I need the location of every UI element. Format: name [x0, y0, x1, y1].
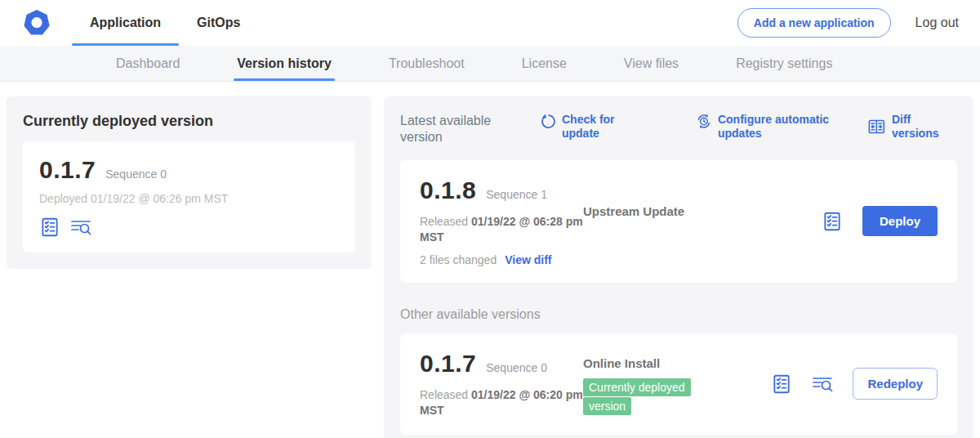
latest-source-label: Upstream Update	[583, 204, 822, 218]
diff-versions-link[interactable]: Diff versions	[867, 113, 957, 141]
topnav-tabs: Application GitOps	[72, 0, 258, 46]
other-released-line: Released 01/19/22 @ 06:20 pm MST	[420, 387, 583, 418]
deployed-version-card: 0.1.7 Sequence 0 Deployed 01/19/22 @ 06:…	[23, 141, 355, 253]
deployed-timestamp: Deployed 01/19/22 @ 06:26 pm MST	[39, 192, 339, 205]
subnav-item-view-files[interactable]: View files	[624, 46, 679, 81]
available-versions-panel: Latest available version Check for updat…	[384, 96, 973, 438]
subnav-license-label: License	[522, 56, 567, 71]
subnav-dashboard-label: Dashboard	[116, 56, 180, 71]
other-versions-title: Other available versions	[400, 307, 957, 322]
currently-deployed-badge-wrap: Currently deployed version	[583, 378, 712, 416]
other-source-label: Online Install	[583, 356, 771, 370]
latest-version-number: 0.1.8	[420, 177, 476, 204]
check-for-update-link[interactable]: Check for update	[540, 113, 650, 141]
tab-application-label: Application	[90, 16, 161, 30]
subnav-item-license[interactable]: License	[522, 46, 567, 81]
kots-logo-icon	[21, 7, 52, 38]
configure-automatic-updates-label: Configure automatic updates	[718, 113, 867, 141]
preflight-checks-icon[interactable]	[39, 217, 60, 238]
currently-deployed-badge: Currently deployed version	[583, 378, 691, 415]
subnav-version-history-label: Version history	[237, 56, 332, 71]
app-logo[interactable]	[0, 0, 72, 46]
main-content: Currently deployed version 0.1.7 Sequenc…	[0, 82, 980, 438]
latest-released-prefix: Released	[420, 215, 471, 228]
available-panel-title: Latest available version	[400, 113, 502, 145]
version-card-latest: 0.1.8 Sequence 1 Released 01/19/22 @ 06:…	[400, 160, 957, 283]
view-logs-icon[interactable]	[812, 373, 833, 395]
subnav-item-version-history[interactable]: Version history	[237, 46, 332, 81]
subnav-item-registry-settings[interactable]: Registry settings	[736, 46, 832, 81]
subnav-registry-settings-label: Registry settings	[736, 56, 832, 71]
other-version-sequence: Sequence 0	[486, 361, 547, 374]
diff-icon	[867, 118, 886, 136]
latest-files-row: 2 files changedView diff	[420, 253, 583, 266]
subnav-item-dashboard[interactable]: Dashboard	[116, 46, 180, 81]
latest-version-sequence: Sequence 1	[486, 188, 547, 201]
subnav-view-files-label: View files	[624, 56, 679, 71]
deployed-panel-title: Currently deployed version	[23, 113, 355, 130]
topnav-right: Add a new application Log out	[737, 0, 980, 46]
tab-gitops[interactable]: GitOps	[179, 0, 258, 46]
deployed-version-sequence: Sequence 0	[105, 168, 167, 181]
redeploy-button[interactable]: Redeploy	[853, 368, 938, 400]
deployed-version-number: 0.1.7	[39, 156, 96, 184]
refresh-icon	[540, 113, 556, 130]
top-navbar: Application GitOps Add a new application…	[0, 0, 980, 46]
add-application-button[interactable]: Add a new application	[737, 8, 891, 38]
app-subnav: Dashboard Version history Troubleshoot L…	[0, 46, 980, 82]
other-released-prefix: Released	[420, 388, 471, 401]
files-changed-label: 2 files changed	[420, 253, 497, 266]
preflight-checks-icon[interactable]	[771, 373, 792, 395]
configure-automatic-updates-link[interactable]: Configure automatic updates	[696, 113, 867, 141]
logout-link[interactable]: Log out	[915, 16, 959, 30]
tab-gitops-label: GitOps	[197, 16, 240, 30]
version-card-other: 0.1.7 Sequence 0 Released 01/19/22 @ 06:…	[400, 333, 957, 435]
auto-update-clock-icon	[696, 113, 712, 130]
other-version-number: 0.1.7	[420, 350, 476, 378]
check-for-update-label: Check for update	[562, 113, 650, 141]
currently-deployed-panel: Currently deployed version 0.1.7 Sequenc…	[7, 96, 372, 269]
deploy-button[interactable]: Deploy	[862, 206, 938, 236]
tab-application[interactable]: Application	[72, 0, 179, 46]
view-logs-icon[interactable]	[70, 217, 91, 238]
available-header: Latest available version Check for updat…	[400, 113, 957, 145]
subnav-troubleshoot-label: Troubleshoot	[389, 56, 465, 71]
view-diff-link[interactable]: View diff	[505, 253, 551, 266]
latest-released-line: Released 01/19/22 @ 06:28 pm MST	[420, 214, 583, 245]
subnav-item-troubleshoot[interactable]: Troubleshoot	[389, 46, 465, 81]
diff-versions-label: Diff versions	[892, 113, 957, 141]
preflight-checks-icon[interactable]	[822, 211, 843, 232]
